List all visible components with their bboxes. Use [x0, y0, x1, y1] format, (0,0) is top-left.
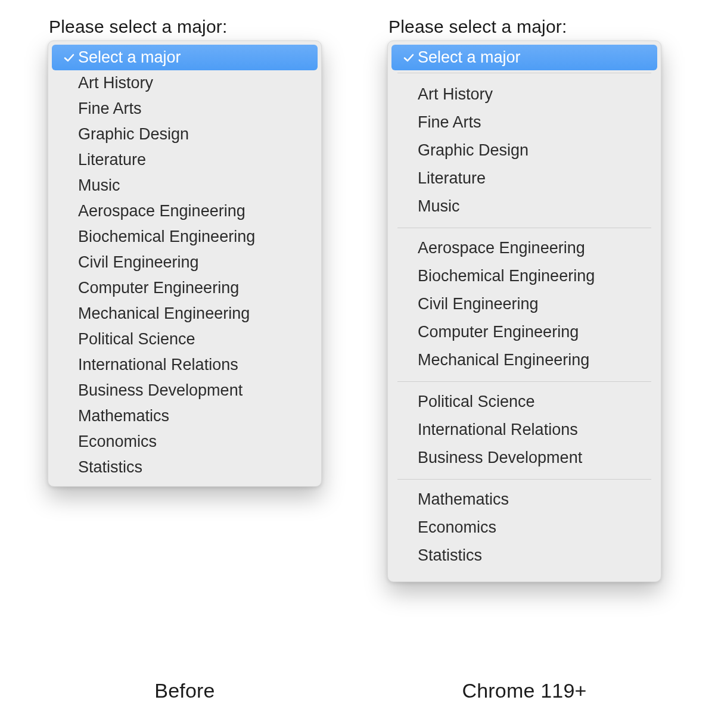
- option-label: Mathematics: [78, 408, 169, 424]
- option-label: Economics: [418, 519, 496, 536]
- prompt-label-after: Please select a major:: [388, 17, 697, 37]
- option-item[interactable]: Music: [391, 192, 657, 220]
- option-label: Mechanical Engineering: [78, 306, 250, 322]
- select-menu-before[interactable]: Select a major Art HistoryFine ArtsGraph…: [48, 41, 322, 487]
- caption-after: Chrome 119+: [387, 679, 661, 702]
- option-label: Literature: [78, 152, 146, 168]
- option-label: Civil Engineering: [78, 254, 199, 270]
- option-item[interactable]: Computer Engineering: [391, 318, 657, 346]
- option-item[interactable]: Literature: [391, 164, 657, 192]
- option-label: Computer Engineering: [418, 324, 579, 340]
- option-label: Music: [78, 178, 120, 194]
- option-item[interactable]: Statistics: [391, 542, 657, 570]
- option-label: Statistics: [78, 459, 142, 475]
- comparison-stage: Please select a major: Select a major Ar…: [0, 0, 718, 728]
- option-item[interactable]: Literature: [52, 147, 318, 173]
- option-label: Literature: [418, 170, 486, 186]
- after-column: Please select a major: Select a major Ar…: [387, 17, 697, 582]
- option-list-before: Art HistoryFine ArtsGraphic DesignLitera…: [52, 70, 318, 480]
- option-item[interactable]: Graphic Design: [391, 136, 657, 164]
- group-separator: [397, 479, 651, 480]
- option-label: Civil Engineering: [418, 296, 539, 312]
- option-label: Fine Arts: [418, 114, 481, 130]
- option-label: Biochemical Engineering: [78, 229, 255, 245]
- option-label: Aerospace Engineering: [418, 240, 585, 256]
- option-label: Select a major: [78, 49, 181, 66]
- prompt-label-before: Please select a major:: [49, 17, 358, 37]
- option-label: Art History: [78, 75, 153, 91]
- option-label: Economics: [78, 434, 157, 450]
- option-item[interactable]: Graphic Design: [52, 122, 318, 147]
- option-item[interactable]: Aerospace Engineering: [391, 234, 657, 262]
- option-item[interactable]: Fine Arts: [391, 108, 657, 136]
- group-separator: [397, 381, 651, 382]
- select-menu-after[interactable]: Select a major Art HistoryFine ArtsGraph…: [387, 41, 661, 582]
- option-group: MathematicsEconomicsStatistics: [391, 483, 657, 573]
- before-column: Please select a major: Select a major Ar…: [48, 17, 358, 487]
- option-group: Art HistoryFine ArtsGraphic DesignLitera…: [391, 78, 657, 224]
- option-item[interactable]: International Relations: [52, 352, 318, 378]
- option-selected-placeholder[interactable]: Select a major: [52, 45, 318, 70]
- option-item[interactable]: Political Science: [52, 326, 318, 352]
- option-item[interactable]: Mechanical Engineering: [52, 301, 318, 326]
- group-separator: [397, 228, 651, 228]
- option-item[interactable]: Economics: [52, 429, 318, 455]
- caption-before: Before: [48, 679, 322, 702]
- checkmark-icon: [60, 52, 78, 64]
- option-label: Art History: [418, 86, 493, 102]
- option-item[interactable]: Fine Arts: [52, 96, 318, 122]
- option-label: Business Development: [418, 450, 582, 466]
- checkmark-icon: [400, 52, 418, 64]
- option-item[interactable]: Civil Engineering: [391, 290, 657, 318]
- option-item[interactable]: Biochemical Engineering: [52, 224, 318, 250]
- option-item[interactable]: Business Development: [391, 444, 657, 472]
- option-label: Computer Engineering: [78, 280, 239, 296]
- option-label: Mathematics: [418, 491, 509, 508]
- option-label: Political Science: [418, 394, 535, 410]
- option-groups-after: Art HistoryFine ArtsGraphic DesignLitera…: [391, 78, 657, 573]
- option-label: International Relations: [78, 357, 238, 373]
- option-item[interactable]: Biochemical Engineering: [391, 262, 657, 290]
- option-item[interactable]: Music: [52, 173, 318, 198]
- option-label: Graphic Design: [418, 142, 529, 158]
- option-item[interactable]: Political Science: [391, 388, 657, 416]
- option-item[interactable]: Art History: [391, 80, 657, 108]
- option-item[interactable]: Mathematics: [52, 403, 318, 429]
- option-item[interactable]: Statistics: [52, 455, 318, 480]
- option-label: Music: [418, 198, 460, 214]
- option-item[interactable]: International Relations: [391, 416, 657, 444]
- option-item[interactable]: Economics: [391, 514, 657, 542]
- option-label: Political Science: [78, 331, 195, 347]
- option-item[interactable]: Mathematics: [391, 486, 657, 514]
- option-item[interactable]: Art History: [52, 70, 318, 96]
- group-separator: [397, 73, 651, 73]
- option-item[interactable]: Mechanical Engineering: [391, 346, 657, 374]
- option-group: Aerospace EngineeringBiochemical Enginee…: [391, 232, 657, 378]
- option-item[interactable]: Computer Engineering: [52, 275, 318, 301]
- option-label: Aerospace Engineering: [78, 203, 245, 219]
- option-label: Business Development: [78, 382, 243, 399]
- option-item[interactable]: Business Development: [52, 378, 318, 403]
- option-item[interactable]: Aerospace Engineering: [52, 198, 318, 224]
- option-selected-placeholder[interactable]: Select a major: [391, 45, 657, 70]
- option-item[interactable]: Civil Engineering: [52, 250, 318, 275]
- option-label: Biochemical Engineering: [418, 268, 595, 284]
- option-label: International Relations: [418, 422, 578, 438]
- option-label: Mechanical Engineering: [418, 352, 589, 368]
- option-label: Select a major: [418, 49, 521, 66]
- option-group: Political ScienceInternational Relations…: [391, 385, 657, 475]
- option-label: Graphic Design: [78, 126, 189, 142]
- option-label: Fine Arts: [78, 101, 142, 117]
- option-label: Statistics: [418, 547, 482, 564]
